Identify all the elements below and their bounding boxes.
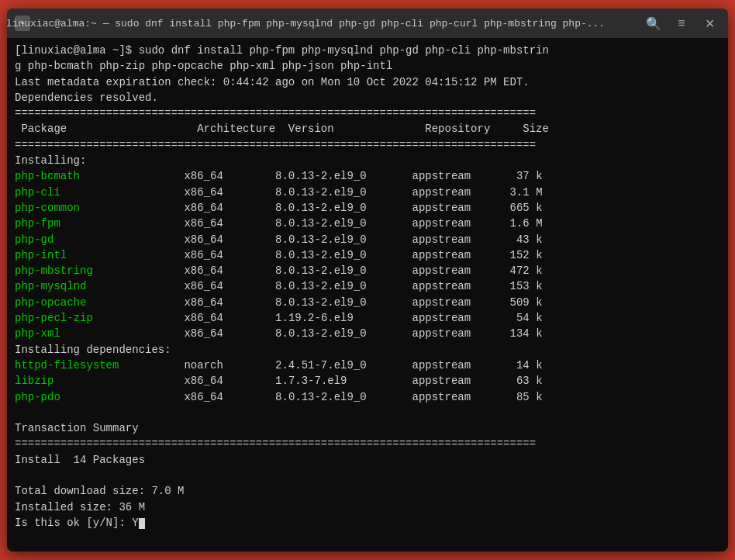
terminal-line: php-cli x86_64 8.0.13-2.el9_0 appstream … bbox=[15, 185, 720, 200]
search-button[interactable]: 🔍 bbox=[643, 12, 664, 34]
terminal-line: ========================================… bbox=[15, 105, 720, 121]
terminal-line: Installing dependencies: bbox=[15, 342, 720, 358]
terminal-line: php-opcache x86_64 8.0.13-2.el9_0 appstr… bbox=[15, 295, 720, 310]
terminal-line: php-gd x86_64 8.0.13-2.el9_0 appstream 4… bbox=[15, 232, 720, 247]
terminal-line: Total download size: 7.0 M bbox=[15, 483, 720, 499]
terminal-line: Install 14 Packages bbox=[15, 452, 720, 468]
terminal-window: ▪ linuxiac@alma:~ — sudo dnf install php… bbox=[7, 9, 728, 551]
terminal-line: Package Architecture Version Repository … bbox=[15, 121, 720, 137]
title-bar: ▪ linuxiac@alma:~ — sudo dnf install php… bbox=[7, 9, 728, 38]
terminal-line bbox=[15, 468, 720, 483]
terminal-line: Is this ok [y/N]: Y bbox=[15, 515, 720, 531]
close-button[interactable]: ✕ bbox=[699, 12, 720, 34]
terminal-line: php-pecl-zip x86_64 1.19.2-6.el9 appstre… bbox=[15, 310, 720, 326]
terminal-line: ========================================… bbox=[15, 436, 720, 451]
terminal-line: php-xml x86_64 8.0.13-2.el9_0 appstream … bbox=[15, 326, 720, 341]
window-title: linuxiac@alma:~ — sudo dnf install php-f… bbox=[7, 18, 643, 29]
terminal-line: php-mbstring x86_64 8.0.13-2.el9_0 appst… bbox=[15, 263, 720, 278]
terminal-line bbox=[15, 405, 720, 420]
title-bar-controls: 🔍 ≡ ✕ bbox=[643, 12, 720, 34]
terminal-line: libzip x86_64 1.7.3-7.el9 appstream 63 k bbox=[15, 373, 720, 389]
terminal-line: [linuxiac@alma ~]$ sudo dnf install php-… bbox=[15, 43, 720, 58]
terminal-line: httpd-filesystem noarch 2.4.51-7.el9_0 a… bbox=[15, 358, 720, 373]
terminal-line: g php-bcmath php-zip php-opcache php-xml… bbox=[15, 58, 720, 74]
cursor bbox=[139, 518, 145, 529]
menu-button[interactable]: ≡ bbox=[671, 12, 692, 34]
terminal-body: [linuxiac@alma ~]$ sudo dnf install php-… bbox=[7, 38, 728, 551]
terminal-line: php-bcmath x86_64 8.0.13-2.el9_0 appstre… bbox=[15, 168, 720, 184]
terminal-line: Dependencies resolved. bbox=[15, 90, 720, 105]
terminal-line: php-mysqlnd x86_64 8.0.13-2.el9_0 appstr… bbox=[15, 278, 720, 294]
terminal-line: Installed size: 36 M bbox=[15, 500, 720, 515]
terminal-line: Installing: bbox=[15, 153, 720, 168]
terminal-line: php-fpm x86_64 8.0.13-2.el9_0 appstream … bbox=[15, 216, 720, 231]
terminal-line: php-intl x86_64 8.0.13-2.el9_0 appstream… bbox=[15, 247, 720, 263]
terminal-line: Last metadata expiration check: 0:44:42 … bbox=[15, 74, 720, 90]
terminal-line: ========================================… bbox=[15, 137, 720, 153]
terminal-line: php-common x86_64 8.0.13-2.el9_0 appstre… bbox=[15, 200, 720, 216]
terminal-line: Transaction Summary bbox=[15, 420, 720, 436]
terminal-line: php-pdo x86_64 8.0.13-2.el9_0 appstream … bbox=[15, 389, 720, 405]
